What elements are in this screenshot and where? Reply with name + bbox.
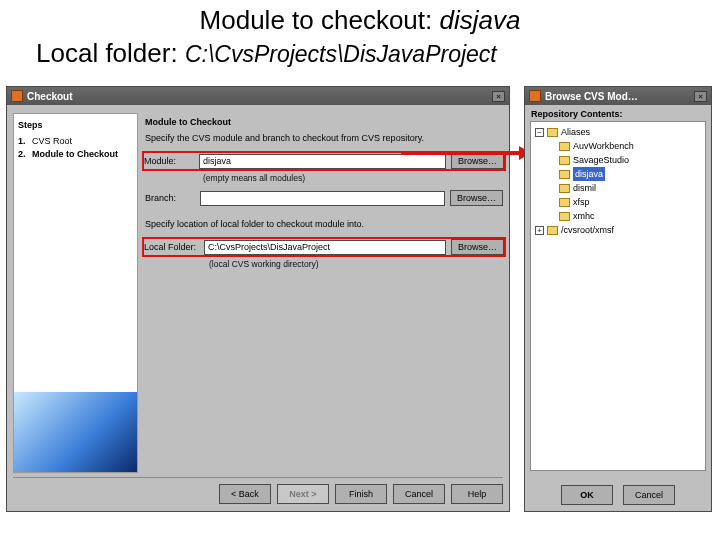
localfolder-label: Local Folder:: [144, 242, 204, 252]
cancel-button[interactable]: Cancel: [623, 485, 675, 505]
branch-row: Branch: Browse…: [143, 190, 505, 206]
folder-icon: [559, 212, 570, 221]
localfolder-row: Local Folder: Browse…: [143, 238, 505, 256]
localfolder-hint: (local CVS working directory): [143, 259, 505, 273]
tree-item[interactable]: dismil: [547, 181, 703, 195]
module-browse-button[interactable]: Browse…: [451, 153, 504, 169]
branch-input[interactable]: [200, 191, 445, 206]
header-line2-value: C:\CvsProjects\DisJavaProject: [185, 41, 497, 67]
browse-window: Browse CVS Mod… × Repository Contents: −…: [524, 86, 712, 512]
app-icon: [529, 90, 541, 102]
main-panel: Module to Checkout Specify the CVS modul…: [143, 113, 505, 473]
step-item: 2.Module to Checkout: [18, 149, 133, 159]
tree-item[interactable]: xmhc: [547, 209, 703, 223]
module-hint: (empty means all modules): [143, 173, 505, 187]
branch-browse-button[interactable]: Browse…: [450, 190, 503, 206]
repo-contents-label: Repository Contents:: [531, 109, 623, 119]
branch-label: Branch:: [145, 193, 200, 203]
browse-titlebar[interactable]: Browse CVS Mod… ×: [525, 87, 711, 105]
screenshot-stage: Checkout × Steps 1.CVS Root 2.Module to …: [0, 86, 720, 516]
expand-icon[interactable]: +: [535, 226, 544, 235]
finish-button[interactable]: Finish: [335, 484, 387, 504]
help-button[interactable]: Help: [451, 484, 503, 504]
checkout-title: Checkout: [27, 91, 488, 102]
slide-header: Module to checkout: disjava Local folder…: [0, 0, 720, 79]
tree-root[interactable]: + /cvsroot/xmsf: [535, 223, 703, 237]
localfolder-browse-button[interactable]: Browse…: [451, 239, 504, 255]
tree-item[interactable]: xfsp: [547, 195, 703, 209]
close-icon[interactable]: ×: [694, 91, 707, 102]
folder-icon: [547, 128, 558, 137]
tree-item[interactable]: AuvWorkbench: [547, 139, 703, 153]
tree-item-selected[interactable]: disjava: [547, 167, 703, 181]
repo-tree[interactable]: − Aliases AuvWorkbench SavageStudio disj…: [530, 121, 706, 471]
checkout-titlebar[interactable]: Checkout ×: [7, 87, 509, 105]
folder-icon: [559, 170, 570, 179]
header-line1-prefix: Module to checkout:: [200, 5, 440, 35]
checkout-window: Checkout × Steps 1.CVS Root 2.Module to …: [6, 86, 510, 512]
header-line2-prefix: Local folder:: [36, 38, 185, 68]
sidebar-art: [14, 392, 137, 472]
folder-icon: [559, 198, 570, 207]
app-icon: [11, 90, 23, 102]
panel-desc2: Specify location of local folder to chec…: [143, 219, 505, 235]
folder-icon: [559, 156, 570, 165]
module-row: Module: Browse…: [143, 152, 505, 170]
tree-root[interactable]: − Aliases: [535, 125, 703, 139]
next-button[interactable]: Next >: [277, 484, 329, 504]
module-label: Module:: [144, 156, 199, 166]
wizard-button-bar: < Back Next > Finish Cancel Help: [13, 477, 503, 505]
header-line1-value: disjava: [439, 5, 520, 35]
folder-icon: [547, 226, 558, 235]
folder-icon: [559, 142, 570, 151]
ok-button[interactable]: OK: [561, 485, 613, 505]
panel-desc1: Specify the CVS module and branch to che…: [143, 133, 505, 149]
folder-icon: [559, 184, 570, 193]
steps-sidebar: Steps 1.CVS Root 2.Module to Checkout: [13, 113, 138, 473]
cancel-button[interactable]: Cancel: [393, 484, 445, 504]
panel-title: Module to Checkout: [143, 113, 505, 133]
browse-title: Browse CVS Mod…: [545, 91, 690, 102]
back-button[interactable]: < Back: [219, 484, 271, 504]
close-icon[interactable]: ×: [492, 91, 505, 102]
localfolder-input[interactable]: [204, 240, 446, 255]
browse-button-bar: OK Cancel: [525, 485, 711, 505]
collapse-icon[interactable]: −: [535, 128, 544, 137]
steps-heading: Steps: [18, 120, 133, 130]
module-input[interactable]: [199, 154, 446, 169]
step-item: 1.CVS Root: [18, 136, 133, 146]
tree-item[interactable]: SavageStudio: [547, 153, 703, 167]
